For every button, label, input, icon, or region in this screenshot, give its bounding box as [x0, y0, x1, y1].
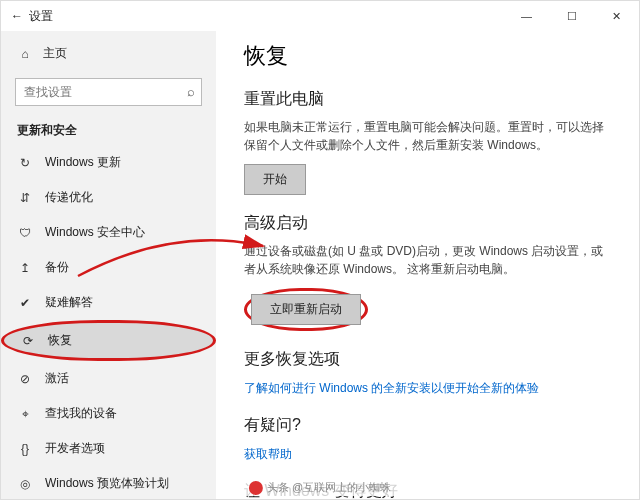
delivery-icon: ⇵	[17, 191, 33, 205]
sidebar-item-label: 备份	[45, 259, 69, 276]
section-advstart-desc: 通过设备或磁盘(如 U 盘或 DVD)启动，更改 Windows 启动设置，或者…	[244, 242, 604, 278]
sidebar-item-findmydevice[interactable]: ⌖ 查找我的设备	[1, 396, 216, 431]
section-questions-header: 有疑问?	[244, 415, 611, 436]
window-title: 设置	[29, 8, 53, 25]
sidebar-item-label: 疑难解答	[45, 294, 93, 311]
sidebar-home[interactable]: ⌂ 主页	[1, 35, 216, 72]
sidebar-item-label: 传递优化	[45, 189, 93, 206]
search-input[interactable]	[15, 78, 202, 106]
get-help-link[interactable]: 获取帮助	[244, 447, 292, 461]
developer-icon: {}	[17, 442, 33, 456]
minimize-button[interactable]: —	[504, 1, 549, 31]
section-reset-desc: 如果电脑未正常运行，重置电脑可能会解决问题。重置时，可以选择保留个人文件或删除个…	[244, 118, 604, 154]
insider-icon: ◎	[17, 477, 33, 491]
watermark: 头条 @互联网上的小蜘蛛	[241, 479, 399, 496]
sidebar-item-label: 开发者选项	[45, 440, 105, 457]
back-icon[interactable]: ←	[11, 9, 23, 23]
recovery-icon: ⟳	[20, 334, 36, 348]
sidebar-item-update[interactable]: ↻ Windows 更新	[1, 145, 216, 180]
sidebar-item-insider[interactable]: ◎ Windows 预览体验计划	[1, 466, 216, 499]
sidebar-item-label: 激活	[45, 370, 69, 387]
search-icon[interactable]: ⌕	[187, 84, 195, 99]
restart-now-button[interactable]: 立即重新启动	[251, 294, 361, 325]
sidebar-item-security[interactable]: 🛡 Windows 安全中心	[1, 215, 216, 250]
sidebar-item-activation[interactable]: ⊘ 激活	[1, 361, 216, 396]
home-icon: ⌂	[17, 47, 33, 61]
watermark-avatar-icon	[249, 481, 263, 495]
content-area: 恢复 重置此电脑 如果电脑未正常运行，重置电脑可能会解决问题。重置时，可以选择保…	[216, 31, 639, 499]
highlight-circle: 立即重新启动	[244, 288, 368, 331]
close-button[interactable]: ✕	[594, 1, 639, 31]
sidebar-item-delivery[interactable]: ⇵ 传递优化	[1, 180, 216, 215]
sidebar-item-recovery[interactable]: ⟳ 恢复	[1, 320, 216, 361]
sidebar-item-troubleshoot[interactable]: ✔ 疑难解答	[1, 285, 216, 320]
sidebar-item-label: Windows 预览体验计划	[45, 475, 169, 492]
page-title: 恢复	[244, 41, 611, 71]
sidebar-item-label: 恢复	[48, 332, 72, 349]
sidebar-item-backup[interactable]: ↥ 备份	[1, 250, 216, 285]
backup-icon: ↥	[17, 261, 33, 275]
update-icon: ↻	[17, 156, 33, 170]
reset-start-button[interactable]: 开始	[244, 164, 306, 195]
sidebar-item-label: Windows 安全中心	[45, 224, 145, 241]
sidebar-item-label: 主页	[43, 45, 67, 62]
watermark-text: 头条 @互联网上的小蜘蛛	[267, 480, 391, 495]
activation-icon: ⊘	[17, 372, 33, 386]
troubleshoot-icon: ✔	[17, 296, 33, 310]
section-advstart-header: 高级启动	[244, 213, 611, 234]
section-more-header: 更多恢复选项	[244, 349, 611, 370]
sidebar-group-header: 更新和安全	[1, 116, 216, 145]
fresh-install-link[interactable]: 了解如何进行 Windows 的全新安装以便开始全新的体验	[244, 381, 539, 395]
sidebar-item-label: Windows 更新	[45, 154, 121, 171]
section-reset-header: 重置此电脑	[244, 89, 611, 110]
sidebar-item-label: 查找我的设备	[45, 405, 117, 422]
sidebar-item-developer[interactable]: {} 开发者选项	[1, 431, 216, 466]
sidebar: ⌂ 主页 ⌕ 更新和安全 ↻ Windows 更新 ⇵ 传递优化 🛡 Windo…	[1, 31, 216, 499]
location-icon: ⌖	[17, 407, 33, 421]
maximize-button[interactable]: ☐	[549, 1, 594, 31]
shield-icon: 🛡	[17, 226, 33, 240]
